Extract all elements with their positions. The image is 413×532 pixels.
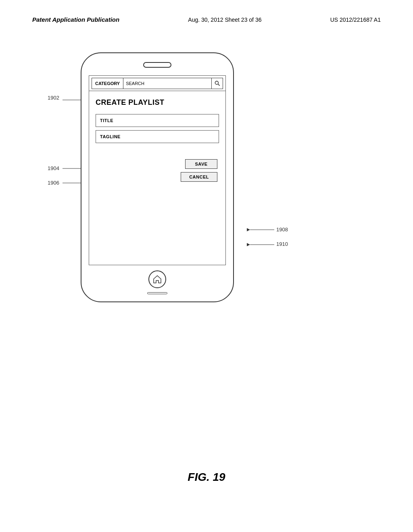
- phone-bottom: [147, 270, 167, 294]
- cancel-button[interactable]: CANCEL: [181, 172, 217, 182]
- bottom-bar: [147, 292, 167, 294]
- publication-number: US 2012/221687 A1: [330, 17, 381, 23]
- svg-point-5: [215, 81, 218, 84]
- publication-date: Aug. 30, 2012 Sheet 23 of 36: [188, 17, 261, 23]
- nav-bar: CATEGORY SEARCH: [89, 76, 225, 91]
- save-button[interactable]: SAVE: [185, 159, 217, 169]
- search-field[interactable]: SEARCH: [123, 78, 212, 89]
- category-button[interactable]: CATEGORY: [92, 78, 123, 89]
- phone-speaker: [143, 62, 171, 68]
- home-icon: [152, 274, 162, 284]
- screen-content: CREATE PLAYLIST TITLE TAGLINE SAVE CANCE…: [89, 91, 225, 192]
- figure-caption: FIG. 19: [188, 471, 225, 484]
- phone-screen: CATEGORY SEARCH CREATE PLAYLIST TITLE TA…: [89, 75, 226, 265]
- phone-device: CATEGORY SEARCH CREATE PLAYLIST TITLE TA…: [81, 52, 234, 302]
- page-header: Patent Application Publication Aug. 30, …: [32, 16, 381, 23]
- create-playlist-heading: CREATE PLAYLIST: [96, 98, 219, 107]
- phone-body: CATEGORY SEARCH CREATE PLAYLIST TITLE TA…: [81, 52, 234, 302]
- annotation-1910: 1910: [276, 241, 288, 247]
- title-input-field[interactable]: TITLE: [96, 114, 219, 127]
- publication-type: Patent Application Publication: [32, 16, 119, 23]
- svg-line-6: [218, 84, 219, 85]
- home-button[interactable]: [148, 270, 166, 288]
- search-icon: [214, 80, 221, 87]
- search-icon-button[interactable]: [212, 78, 223, 89]
- annotation-1906: 1906: [48, 180, 59, 186]
- annotation-1904: 1904: [48, 165, 59, 171]
- action-buttons: SAVE CANCEL: [96, 159, 219, 185]
- annotation-1908: 1908: [276, 227, 288, 233]
- annotation-1902: 1902: [48, 95, 59, 101]
- tagline-input-field[interactable]: TAGLINE: [96, 130, 219, 143]
